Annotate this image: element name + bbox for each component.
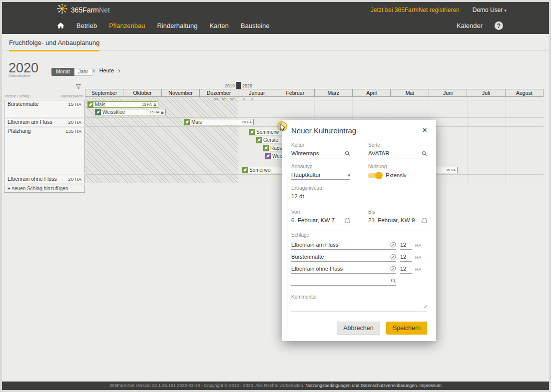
footer-version-text: 365FarmNet Version 34.1.25.161 2020-03-1… xyxy=(109,383,305,388)
bar-area-label: 35 HA xyxy=(446,168,456,172)
toggle-label: Extensiv xyxy=(386,172,407,178)
bar-area-label: 15 HA xyxy=(142,103,152,106)
today-line xyxy=(238,89,238,183)
filter-icon[interactable] xyxy=(76,82,81,91)
bar-label: Weis xyxy=(272,153,283,159)
search-icon[interactable] xyxy=(422,151,427,156)
schlag-unit: HA xyxy=(415,255,424,262)
remove-icon[interactable] xyxy=(390,254,396,260)
help-icon[interactable]: ? xyxy=(495,21,503,30)
col-header-kalenderwoche: Kalenderwoche xyxy=(61,94,83,98)
lock-icon xyxy=(153,103,156,107)
schlag-area-input[interactable]: 12 xyxy=(400,254,412,262)
current-year: 2020 xyxy=(8,61,38,75)
field-row-buerstenmatte[interactable]: Bürstenmatte 15 HA xyxy=(4,100,85,117)
toggle-jahr-button[interactable]: Jahr xyxy=(74,68,92,76)
home-icon[interactable] xyxy=(57,22,64,29)
schlag-name-field[interactable]: Elbenrain am Fluss xyxy=(291,242,396,250)
search-icon[interactable] xyxy=(391,278,396,284)
field-area: 20 HA xyxy=(68,119,81,125)
year-start-marker xyxy=(236,82,241,89)
bar-label: Raps xyxy=(270,145,282,151)
schlag-unit: HA xyxy=(415,267,424,274)
new-culture-entry-dialog: Neuer Kultureintrag × Kultur Winterraps … xyxy=(282,120,436,341)
dialog-title: Neuer Kultureintrag xyxy=(291,126,356,135)
month-header: Mai xyxy=(391,89,429,96)
anbautyp-select[interactable]: Hauptkultur ▾ xyxy=(291,171,350,180)
field-row-elbenrain-am-fluss[interactable]: Elbenrain am Fluss 20 HA xyxy=(4,118,85,126)
ertragsniveau-field[interactable]: 12 dt xyxy=(291,192,350,201)
chevron-down-icon: ▾ xyxy=(348,173,350,178)
von-label: Von xyxy=(291,209,350,215)
nav-item-kalender[interactable]: Kalender xyxy=(457,22,483,29)
schlag-row: Elbenrain am Fluss 12 HA xyxy=(291,238,427,250)
month-header: April xyxy=(353,89,391,96)
schlag-name-field[interactable]: Bürstenmatte xyxy=(291,254,396,262)
field-row-pfalzhang[interactable]: Pfalzhang 135 HA xyxy=(4,127,85,174)
close-icon[interactable]: × xyxy=(422,126,427,134)
calendar-icon[interactable] xyxy=(345,218,350,223)
kultur-field[interactable]: Winterraps xyxy=(291,149,350,158)
toggle-monat-button[interactable]: Monat xyxy=(51,68,74,76)
gantt-bar[interactable]: Mais20 HA xyxy=(184,119,254,125)
crop-icon xyxy=(95,109,101,115)
sorte-field[interactable]: AVATAR xyxy=(368,149,427,158)
gantt-bar[interactable]: Weissklee15 HA xyxy=(95,109,166,115)
bis-label: Bis xyxy=(368,209,427,215)
nav-item-bausteine[interactable]: Bausteine xyxy=(241,22,270,29)
bar-label: Mais xyxy=(95,102,105,107)
month-header: Dezember xyxy=(200,89,238,96)
add-field-button[interactable]: + neuen Schlag hinzufügen xyxy=(4,185,85,193)
timeline-year-2020: 2020 xyxy=(242,83,252,88)
remove-icon[interactable] xyxy=(390,266,396,272)
resize-handle-icon[interactable] xyxy=(423,302,427,311)
month-header: März xyxy=(315,89,353,96)
nav-item-betrieb[interactable]: Betrieb xyxy=(76,22,97,29)
field-area: 135 HA xyxy=(65,128,81,134)
user-menu[interactable]: Demo User▾ xyxy=(473,6,507,13)
schlag-search-row xyxy=(291,274,427,286)
bar-area-label: 15 HA xyxy=(150,110,159,114)
nav-item-rinderhaltung[interactable]: Rinderhaltung xyxy=(157,22,197,29)
register-link[interactable]: Jetzt bei 365FarmNet registrieren xyxy=(371,6,460,13)
month-header: Juli xyxy=(467,89,505,96)
schlag-area-input[interactable]: 12 xyxy=(400,242,412,250)
field-name: Elbenrain am Fluss xyxy=(7,119,52,125)
schlag-search-input[interactable] xyxy=(291,278,396,286)
von-date-field[interactable]: 6. Februar, KW 7 xyxy=(291,216,350,225)
remove-icon[interactable] xyxy=(390,242,396,248)
logo[interactable]: 365FarmNet xyxy=(57,3,110,16)
footer-bar: 365FarmNet Version 34.1.25.161 2020-03-1… xyxy=(2,382,549,390)
schlag-name-field[interactable]: Elbenrain ohne Fluss xyxy=(291,266,396,274)
calendar-icon[interactable] xyxy=(422,218,427,223)
timeline-year-2019: 2019 xyxy=(219,83,235,88)
bis-date-field[interactable]: 21. Februar, KW 9 xyxy=(368,216,427,225)
extensiv-toggle[interactable] xyxy=(368,173,382,178)
footer-links[interactable]: Nutzungsbedingungen und Datenschutzverei… xyxy=(306,383,442,388)
field-name: Elbenrain ohne Fluss xyxy=(7,176,57,182)
schlag-area-input[interactable]: 12 xyxy=(400,266,412,274)
save-button[interactable]: Speichern xyxy=(386,322,427,335)
bar-label: Mais xyxy=(191,119,202,125)
sort-icon[interactable]: ↕ xyxy=(30,94,31,98)
gantt-bar[interactable]: Mais15 HA xyxy=(87,101,158,108)
cancel-button[interactable]: Abbrechen xyxy=(337,322,380,335)
prev-icon[interactable]: ‹ xyxy=(93,67,95,74)
today-button[interactable]: Heute xyxy=(99,67,114,73)
schlag-row: Bürstenmatte 12 HA xyxy=(291,250,427,262)
month-header: Januar xyxy=(238,89,276,96)
month-header: November xyxy=(162,89,200,96)
field-row-elbenrain-ohne-fluss[interactable]: Elbenrain ohne Fluss 20 HA xyxy=(4,175,85,183)
next-icon[interactable]: › xyxy=(118,67,120,74)
nav-item-pflanzenbau[interactable]: Pflanzenbau xyxy=(109,22,145,29)
sorte-label: Sorte xyxy=(368,142,427,148)
nutzung-label: Nutzung xyxy=(368,164,427,169)
kultur-label: Kultur xyxy=(291,142,350,148)
nav-item-karten[interactable]: Karten xyxy=(209,22,228,29)
ertragsniveau-label: Ertragsniveau xyxy=(291,185,350,191)
field-area: 15 HA xyxy=(68,101,81,107)
search-icon[interactable] xyxy=(345,151,350,156)
chevron-down-icon: ▾ xyxy=(504,8,507,13)
tab-fruchtfolge[interactable]: Fruchtfolge- und Anbauplanung xyxy=(9,39,99,51)
kommentar-textarea[interactable] xyxy=(291,300,427,312)
